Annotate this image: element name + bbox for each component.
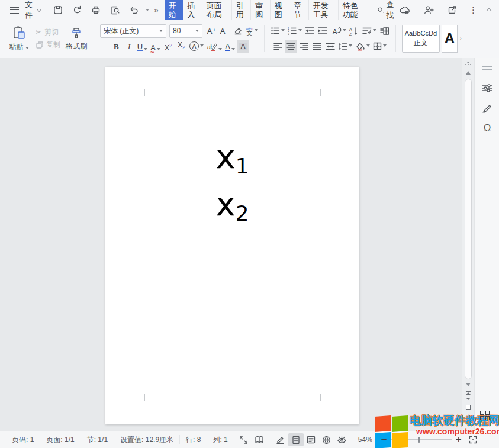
find-button[interactable]: 查找: [377, 0, 398, 21]
font-size-select[interactable]: 80: [169, 24, 202, 38]
char-shading-button[interactable]: A: [237, 40, 249, 53]
print-preview-icon[interactable]: [108, 3, 122, 17]
select-browse-object-icon[interactable]: [466, 405, 471, 410]
status-line[interactable]: 行: 8: [180, 435, 207, 444]
sort-button[interactable]: AZ: [348, 24, 360, 38]
cloud-sync-icon[interactable]: [398, 3, 412, 17]
zoom-slider-handle[interactable]: [418, 437, 420, 443]
decrease-indent-button[interactable]: [304, 24, 316, 38]
increase-indent-button[interactable]: [317, 24, 329, 38]
clear-format-button[interactable]: [231, 24, 244, 38]
shading-button[interactable]: [354, 40, 371, 53]
tab-developer[interactable]: 开发工具: [309, 0, 339, 21]
align-right-button[interactable]: [298, 40, 310, 53]
more-menu-icon[interactable]: ⋮: [469, 5, 478, 15]
tab-special-features[interactable]: 特色功能: [339, 0, 368, 21]
superscript-button[interactable]: X2: [162, 40, 175, 53]
vertical-scrollbar[interactable]: [462, 58, 474, 431]
zoom-in-button[interactable]: +: [456, 436, 462, 444]
print-layout-view-icon[interactable]: [288, 433, 304, 446]
tab-review[interactable]: 审阅: [251, 0, 270, 21]
ruler-toggle-icon[interactable]: [465, 60, 472, 66]
more-commands-icon[interactable]: »: [154, 5, 159, 15]
tab-home[interactable]: 开始: [165, 0, 183, 21]
style-heading-partial[interactable]: A: [442, 25, 458, 53]
strikethrough-button[interactable]: A ~: [149, 40, 162, 53]
share-icon[interactable]: [445, 3, 459, 17]
text-direction-button[interactable]: A: [330, 24, 347, 38]
outline-view-icon[interactable]: [304, 433, 319, 446]
show-marks-button[interactable]: [361, 24, 378, 38]
style-normal[interactable]: AaBbCcDd 正文: [402, 25, 440, 53]
status-page-number[interactable]: 页码: 1: [6, 435, 40, 444]
underline-button[interactable]: U: [136, 40, 149, 53]
panel-handle-icon[interactable]: [475, 58, 499, 78]
collapse-ribbon-icon[interactable]: [487, 8, 491, 13]
font-color-button[interactable]: A: [224, 40, 236, 53]
italic-button[interactable]: I: [123, 40, 136, 53]
text-line-2[interactable]: x2: [105, 181, 359, 228]
file-menu-chevron-down-icon[interactable]: [37, 7, 42, 12]
document-text[interactable]: x1 x2: [105, 133, 359, 228]
export-pdf-icon[interactable]: [70, 3, 84, 17]
print-icon[interactable]: [89, 3, 103, 17]
status-setting-value[interactable]: 设置值: 12.9厘米: [114, 435, 180, 444]
pinyin-guide-button[interactable]: wén 文: [244, 24, 259, 38]
tab-page-layout[interactable]: 页面布局: [202, 0, 232, 21]
pen-tool-icon[interactable]: [475, 98, 499, 118]
document-page[interactable]: x1 x2: [105, 67, 359, 424]
shrink-font-button[interactable]: A⁻: [218, 24, 231, 38]
bold-button[interactable]: B: [110, 40, 123, 53]
main-menu-icon[interactable]: [7, 3, 21, 17]
font-name-select[interactable]: 宋体 (正文): [100, 24, 166, 38]
align-left-button[interactable]: [272, 40, 284, 53]
status-page-count[interactable]: 页面: 1/1: [40, 435, 81, 444]
eye-protection-icon[interactable]: [334, 433, 350, 446]
status-section[interactable]: 节: 1/1: [81, 435, 114, 444]
line-spacing-button[interactable]: [337, 40, 353, 53]
fullscreen-icon[interactable]: [236, 433, 252, 446]
tab-insert[interactable]: 插入: [183, 0, 202, 21]
distribute-button[interactable]: [324, 40, 336, 53]
symbol-omega-icon[interactable]: Ω: [475, 118, 499, 138]
previous-page-icon[interactable]: [466, 391, 471, 395]
scroll-down-icon[interactable]: [466, 383, 471, 386]
cut-button[interactable]: ✂ 剪切: [36, 27, 60, 37]
scroll-up-icon[interactable]: [466, 71, 471, 75]
undo-chevron-down-icon[interactable]: [146, 9, 149, 11]
ink-edit-icon[interactable]: [273, 433, 288, 446]
subscript-button[interactable]: X2: [175, 40, 188, 53]
bullet-list-button[interactable]: [269, 24, 286, 38]
browse-objects-grid-icon[interactable]: [480, 411, 490, 420]
style-scroll-icon[interactable]: ›: [460, 36, 462, 41]
properties-icon[interactable]: [475, 78, 499, 98]
read-layout-icon[interactable]: [252, 433, 267, 446]
invite-user-icon[interactable]: [421, 3, 436, 17]
scrollbar-thumb[interactable]: [465, 79, 472, 379]
paste-button[interactable]: 粘贴: [6, 25, 32, 52]
document-canvas[interactable]: x1 x2: [0, 58, 462, 431]
numbered-list-button[interactable]: 123: [286, 24, 303, 38]
format-painter-button[interactable]: 格式刷: [63, 26, 90, 51]
zoom-level-button[interactable]: 54%: [358, 436, 378, 444]
text-effects-button[interactable]: A: [188, 40, 205, 53]
file-menu[interactable]: 文件: [25, 0, 37, 21]
tab-section[interactable]: 章节: [289, 0, 308, 21]
tab-setting-button[interactable]: [378, 24, 391, 38]
text-line-1[interactable]: x1: [105, 133, 359, 181]
undo-icon[interactable]: [127, 3, 141, 17]
fit-page-icon[interactable]: [465, 433, 481, 446]
next-page-icon[interactable]: [466, 398, 471, 402]
tab-view[interactable]: 视图: [271, 0, 289, 21]
grow-font-button[interactable]: A⁺: [205, 24, 218, 38]
copy-button[interactable]: 复制: [36, 40, 60, 50]
highlight-button[interactable]: ab: [205, 40, 223, 53]
justify-button[interactable]: [311, 40, 323, 53]
borders-button[interactable]: [372, 40, 388, 53]
zoom-slider[interactable]: [391, 439, 452, 440]
status-column[interactable]: 列: 1: [207, 435, 233, 444]
align-center-button[interactable]: [285, 40, 297, 53]
zoom-out-button[interactable]: −: [381, 436, 387, 444]
tab-references[interactable]: 引用: [232, 0, 251, 21]
save-icon[interactable]: [51, 3, 65, 17]
